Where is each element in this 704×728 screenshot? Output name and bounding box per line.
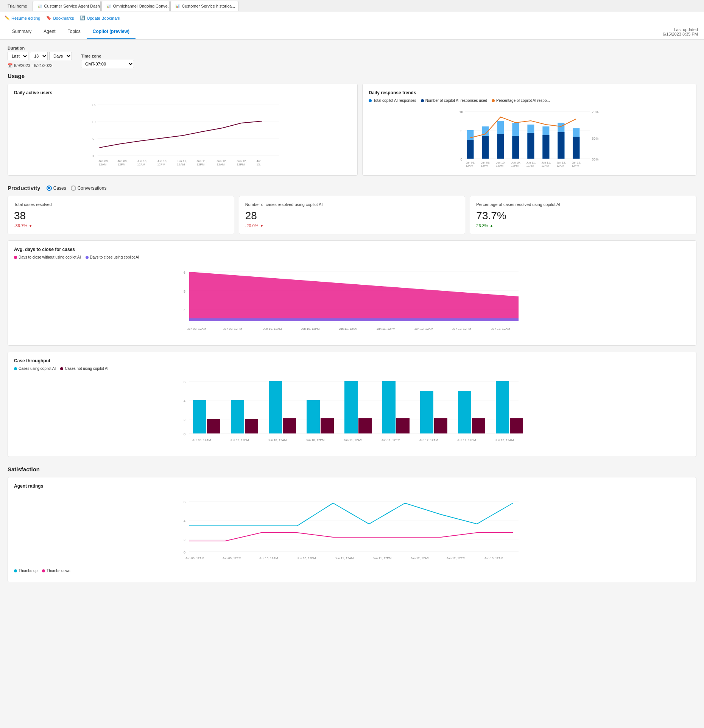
svg-text:Jun 10, 12PM: Jun 10, 12PM (306, 438, 325, 442)
legend-dot-pct (492, 99, 495, 102)
svg-text:Jun 10,: Jun 10, (137, 159, 147, 163)
svg-text:10: 10 (459, 110, 463, 114)
bookmarks-button[interactable]: 🔖 Bookmarks (46, 16, 74, 20)
legend-dot-total (369, 99, 372, 102)
usage-charts-row: Daily active users 15 10 5 0 (8, 84, 696, 176)
timezone-select[interactable]: GMT-07:00 (81, 60, 134, 68)
svg-text:Jun 09,: Jun 09, (99, 159, 109, 163)
svg-text:6: 6 (184, 380, 185, 384)
tab-customer-service-dash[interactable]: 📊 Customer Service Agent Dash ... (33, 1, 101, 11)
tab-trial-home[interactable]: Trial home (3, 1, 32, 11)
svg-text:Jun 09, 12AM: Jun 09, 12AM (185, 557, 204, 560)
svg-text:Jun 09, 12AM: Jun 09, 12AM (192, 438, 211, 442)
svg-text:12AM: 12AM (496, 164, 504, 167)
duration-unit-select[interactable]: Days (49, 52, 72, 60)
pencil-icon: ✏️ (5, 16, 10, 20)
svg-text:4: 4 (184, 309, 185, 312)
tab-agent[interactable]: Agent (37, 25, 61, 39)
legend-dot-copilot-cases (14, 367, 17, 370)
tab-copilot[interactable]: Copilot (preview) (87, 25, 136, 39)
tab-topics[interactable]: Topics (62, 25, 87, 39)
legend-label-thumbs-up: Thumbs up (19, 569, 37, 573)
down-arrow-icon: ▼ (29, 224, 33, 228)
metric-total-cases-value: 38 (14, 210, 228, 222)
productivity-header: Productivity Cases Conversations (8, 185, 696, 191)
svg-rect-104 (396, 418, 410, 433)
svg-rect-101 (344, 381, 358, 433)
legend-dot-used (421, 99, 424, 102)
legend-dot-with (86, 256, 89, 259)
tab-icon-omnichannel: 📊 (106, 4, 111, 8)
usage-title: Usage (8, 73, 696, 79)
svg-rect-95 (231, 400, 244, 433)
metric-total-cases-change: -36.7% ▼ (14, 223, 228, 228)
daily-response-trends-card: Daily response trends Total copilot AI r… (362, 84, 696, 176)
duration-preset-select[interactable]: Last (8, 52, 28, 60)
svg-text:10: 10 (92, 120, 96, 124)
svg-rect-97 (269, 381, 282, 433)
productivity-radio-group: Cases Conversations (47, 186, 107, 191)
throughput-legend: Cases using copilot AI Cases not using c… (14, 366, 690, 371)
svg-text:Jun 11, 12AM: Jun 11, 12AM (335, 557, 354, 560)
date-range: 📅 6/9/2023 - 6/21/2023 (8, 63, 72, 68)
throughput-title: Case throughput (14, 358, 690, 363)
legend-label-thumbs-down: Thumbs down (47, 569, 70, 573)
svg-text:Jun 10, 12PM: Jun 10, 12PM (297, 557, 316, 560)
legend-label-total: Total copilot AI responses (373, 98, 416, 103)
svg-rect-48 (543, 135, 550, 159)
agent-ratings-title: Agent ratings (14, 483, 690, 489)
svg-text:Jun 11,: Jun 11, (197, 159, 207, 163)
svg-text:12AM: 12AM (466, 164, 473, 167)
radio-cases[interactable]: Cases (47, 186, 66, 191)
daily-active-users-chart: 15 10 5 0 Jun 09, 12AM J (14, 98, 351, 168)
svg-text:6: 6 (184, 271, 185, 274)
response-trends-legend: Total copilot AI responses Number of cop… (369, 98, 690, 103)
svg-rect-100 (321, 418, 334, 433)
avg-days-chart: 6 5 4 Jun 09, 12AM Jun 09, 12PM Jun 10, (14, 262, 690, 339)
avg-days-card: Avg. days to close for cases Days to clo… (8, 240, 696, 346)
svg-text:4: 4 (184, 519, 185, 523)
duration-value-select[interactable]: 13 (30, 52, 48, 60)
daily-active-users-card: Daily active users 15 10 5 0 (8, 84, 358, 176)
legend-non-copilot-cases: Cases not using copilot AI (60, 366, 108, 371)
duration-label: Duration (8, 46, 72, 50)
svg-text:12AM: 12AM (137, 163, 145, 166)
tab-historical[interactable]: 📊 Customer Service historica... ✕ (170, 1, 238, 11)
legend-label-copilot-cases: Cases using copilot AI (19, 366, 56, 371)
svg-text:2: 2 (184, 418, 185, 422)
svg-text:Jun 11,: Jun 11, (177, 159, 187, 163)
svg-text:12AM: 12AM (217, 163, 225, 166)
svg-text:70%: 70% (592, 110, 599, 114)
svg-rect-47 (528, 133, 534, 159)
svg-text:5: 5 (461, 129, 463, 133)
svg-text:Jun 12,: Jun 12, (237, 159, 247, 163)
tab-omnichannel[interactable]: 📊 Omnichannel Ongoing Conve... (101, 1, 170, 11)
svg-rect-103 (382, 381, 396, 433)
daily-response-trends-title: Daily response trends (369, 90, 690, 95)
svg-text:Jun 09, 12AM: Jun 09, 12AM (187, 327, 206, 330)
svg-text:Jun 10, 12PM: Jun 10, 12PM (301, 327, 320, 330)
metric-copilot-cases-change: -20.0% ▼ (245, 223, 459, 228)
satisfaction-section: Satisfaction Agent ratings 6 4 2 0 (8, 466, 696, 582)
svg-text:Jun 12, 12PM: Jun 12, 12PM (447, 557, 466, 560)
resume-editing-button[interactable]: ✏️ Resume editing (5, 16, 40, 20)
radio-circle-conversations (71, 186, 76, 191)
svg-text:Jun 13, 12AM: Jun 13, 12AM (495, 438, 514, 442)
satisfaction-legend: Thumbs up Thumbs down (14, 569, 690, 573)
svg-text:Jun 10, 12AM: Jun 10, 12AM (268, 438, 287, 442)
svg-text:Jun: Jun (257, 159, 262, 163)
tab-omnichannel-label: Omnichannel Ongoing Conve... (113, 4, 170, 8)
legend-dot-thumbs-down (42, 569, 45, 572)
tab-summary[interactable]: Summary (6, 25, 37, 39)
metric-pct-copilot-value: 73.7% (476, 210, 690, 222)
svg-text:12PM: 12PM (237, 163, 245, 166)
metric-pct-copilot-change-value: 26.3% (476, 223, 488, 228)
update-bookmark-button[interactable]: 🔄 Update Bookmark (80, 16, 120, 20)
svg-rect-109 (496, 381, 509, 433)
svg-text:Jun 10, 12AM: Jun 10, 12AM (259, 557, 278, 560)
radio-conversations[interactable]: Conversations (71, 186, 107, 191)
svg-text:Jun 12,: Jun 12, (217, 159, 227, 163)
productivity-title: Productivity (8, 185, 40, 191)
throughput-chart: 6 4 2 0 (14, 374, 690, 451)
filter-row: Duration Last 13 Days 📅 6/9/2023 - 6/21/… (8, 46, 696, 68)
